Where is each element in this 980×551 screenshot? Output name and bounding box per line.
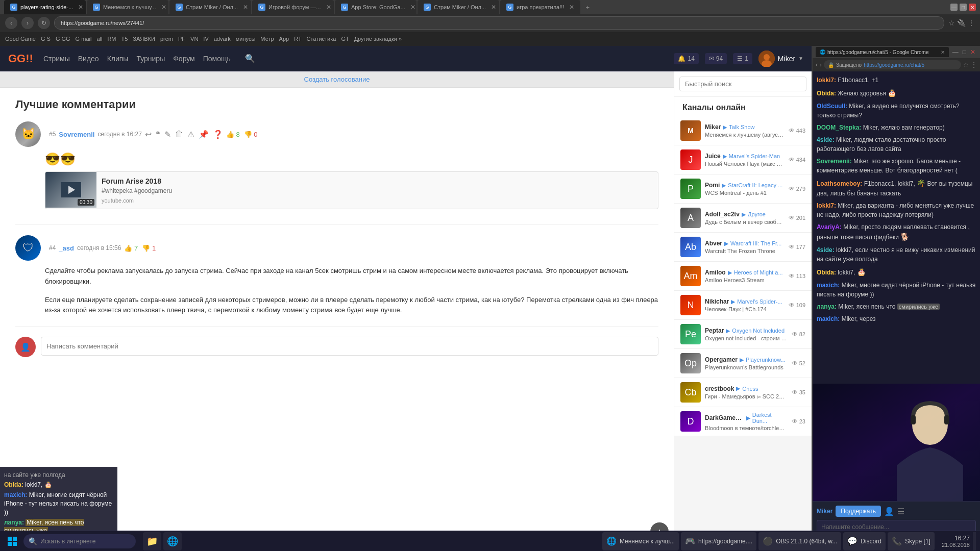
tab-5[interactable]: G Стрим Miker / Онл... ✕ [418, 0, 499, 14]
bookmark-mail[interactable]: G mail [76, 36, 92, 42]
bookmark-app[interactable]: App [279, 36, 289, 42]
create-vote-link[interactable]: Создать голосование [304, 76, 370, 83]
chat-maximize-btn[interactable]: □ [961, 48, 968, 56]
nav-video[interactable]: Видео [78, 55, 99, 63]
bookmark-minusy[interactable]: минусы [236, 36, 256, 42]
chat-close-btn[interactable]: ✕ [969, 48, 977, 56]
taskbar-app-discord[interactable]: 💬 Discord [843, 532, 886, 550]
channel-opergamer[interactable]: Op Opergamer ▶ Playerunknow... Playerunk… [674, 349, 812, 378]
site-search-icon[interactable]: 🔍 [245, 54, 255, 63]
menu-icon[interactable]: ⋮ [968, 19, 975, 27]
nav-forum[interactable]: Форум [173, 55, 195, 63]
tab-1-close[interactable]: ✕ [161, 4, 166, 11]
tab-6[interactable]: G игра прекратила!!! ✕ [500, 0, 580, 14]
link-preview[interactable]: 00:30 Forum Arise 2018 #whitepeka #goodg… [45, 171, 658, 209]
taskbar-app-skype[interactable]: 📞 Skype [1] [888, 532, 935, 550]
notification-bell-btn[interactable]: 🔔 14 [674, 53, 698, 64]
tab-4[interactable]: G App Store: GoodGa... ✕ [335, 0, 416, 14]
channel-amiloo[interactable]: Am Amiloo ▶ Heroes of Might a... Amiloo … [674, 262, 812, 291]
minimize-btn[interactable]: — [950, 4, 958, 11]
tab-2-close[interactable]: ✕ [243, 4, 248, 11]
bookmark-star-icon[interactable]: ☆ [948, 19, 955, 27]
channel-nikichar[interactable]: N Nikichar ▶ Marvel's Spider-... Человек… [674, 291, 812, 320]
user-profile[interactable]: Miker ▼ [758, 51, 803, 67]
bookmark-gs[interactable]: G S [41, 36, 51, 42]
chat-browser-tab-active[interactable]: 🌐 https://goodgame.ru/chat/5 - Google Ch… [816, 47, 949, 57]
pin-icon[interactable]: 📌 [199, 130, 209, 139]
nav-streams[interactable]: Стримы [43, 55, 70, 63]
chat-tab-close[interactable]: ✕ [941, 49, 945, 55]
reload-btn[interactable]: ↻ [38, 17, 50, 29]
chat-add-user-icon[interactable]: 👤 [884, 507, 894, 516]
taskbar-app-goodgame[interactable]: 🎮 https://goodgame.... [681, 532, 756, 550]
nav-clips[interactable]: Клипы [107, 55, 129, 63]
tab-2[interactable]: G Стрим Miker / Онл... ✕ [169, 0, 251, 14]
comment-author-2[interactable]: _asd [59, 244, 74, 252]
bookmark-advark[interactable]: advark [214, 36, 231, 42]
chat-url-bar[interactable]: 🔒 Защищено https://goodgame.ru/chat/5 [824, 60, 961, 69]
bookmark-metr[interactable]: Метр [260, 36, 274, 42]
chat-bookmark-star[interactable]: ☆ [963, 61, 969, 68]
taskbar-explorer-btn[interactable]: 📁 [143, 532, 161, 550]
taskbar-chrome-btn[interactable]: 🌐 [163, 532, 182, 550]
comment-author[interactable]: Sovremenii [59, 131, 94, 138]
quote-icon[interactable]: ❝ [156, 130, 160, 139]
extension-icon[interactable]: 🔌 [957, 19, 966, 27]
tab-close-btn[interactable]: ✕ [78, 4, 83, 11]
edit-icon[interactable]: ✎ [164, 130, 171, 139]
tab-1[interactable]: G Меняемся к лучшу... ✕ [87, 0, 168, 14]
bookmark-t5[interactable]: T5 [121, 36, 128, 42]
channel-pomi[interactable]: P Pomi ▶ StarCraft II: Legacy ... WCS Mo… [674, 174, 812, 204]
back-btn[interactable]: ‹ [5, 17, 17, 29]
channel-darkgamer[interactable]: D DarkGamer93 ▶ Darkest Dun... Bloodmoon… [674, 407, 812, 436]
bookmark-prem[interactable]: prem [160, 36, 173, 42]
maximize-btn[interactable]: □ [960, 4, 967, 11]
bookmark-pf[interactable]: PF [178, 36, 185, 42]
bookmark-vn[interactable]: VN [190, 36, 198, 42]
bookmark-gg[interactable]: G GG [56, 36, 70, 42]
tab-3-close[interactable]: ✕ [326, 4, 331, 11]
taskbar-app-obs[interactable]: ⚫ OBS 21.1.0 (64bit, w... [758, 532, 841, 550]
warn-icon[interactable]: ⚠ [187, 130, 194, 139]
write-comment-input[interactable] [41, 337, 658, 356]
chat-menu-icon[interactable]: ⋮ [971, 61, 977, 68]
taskbar-start-btn[interactable] [4, 533, 20, 549]
channel-miker[interactable]: M Miker ▶ Talk Show Меняемся к лучшему (… [674, 116, 812, 145]
list-btn[interactable]: ☰ 1 [733, 53, 752, 64]
bookmark-goodgame[interactable]: Good Game [5, 36, 36, 42]
chat-forward-btn[interactable]: › [820, 61, 822, 68]
taskbar-app-chrome[interactable]: 🌐 Меняемся к лучш... [602, 532, 679, 550]
chat-back-btn[interactable]: ‹ [816, 61, 818, 68]
tab-6-close[interactable]: ✕ [569, 4, 574, 11]
channel-crestbook[interactable]: Cb crestbook ▶ Chess Гири - Мамедьяров ▻… [674, 378, 812, 407]
help-icon[interactable]: ❓ [213, 130, 223, 139]
channels-search-input[interactable] [679, 77, 806, 91]
chat-settings-icon[interactable]: ☰ [897, 507, 904, 516]
channel-juice[interactable]: J Juice ▶ Marvel's Spider-Man Новый Чело… [674, 145, 812, 174]
nav-help[interactable]: Помощь [203, 55, 231, 63]
tab-4-close[interactable]: ✕ [410, 4, 415, 11]
tab-active[interactable]: G players-rating-side-... ✕ [4, 0, 86, 14]
user-dropdown-icon[interactable]: ▼ [798, 56, 803, 61]
bookmark-iv[interactable]: IV [203, 36, 208, 42]
chat-minimize-btn[interactable]: — [951, 48, 960, 56]
tab-5-close[interactable]: ✕ [491, 4, 496, 11]
delete-icon[interactable]: 🗑 [175, 130, 183, 139]
bookmark-rt[interactable]: RT [294, 36, 301, 42]
channel-abver[interactable]: Ab Abver ▶ Warcraft III: The Fr... Warcr… [674, 233, 812, 262]
channel-adolf[interactable]: A Adolf_sc2tv ▶ Другое Дудь с Белым и ве… [674, 204, 812, 233]
bookmark-zayavki[interactable]: ЗАЯВКИ [133, 36, 155, 42]
mail-btn[interactable]: ✉ 94 [705, 53, 727, 64]
url-bar[interactable]: https://goodgame.ru/news/27441/ [54, 16, 944, 30]
reply-icon[interactable]: ↩ [145, 130, 152, 139]
close-btn[interactable]: ✕ [969, 4, 976, 11]
channel-peptar[interactable]: Pe Peptar ▶ Oxygen Not Included Oxygen n… [674, 320, 812, 349]
new-tab-btn[interactable]: + [581, 1, 594, 13]
bookmark-rm[interactable]: RM [107, 36, 116, 42]
bookmark-gt[interactable]: GT [341, 36, 349, 42]
nav-tournaments[interactable]: Турниры [136, 55, 165, 63]
bookmark-other[interactable]: Другие закладки » [354, 36, 402, 42]
support-btn[interactable]: Поддержать [836, 506, 881, 517]
bookmark-stat[interactable]: Статистика [307, 36, 336, 42]
forward-btn[interactable]: › [21, 17, 34, 29]
